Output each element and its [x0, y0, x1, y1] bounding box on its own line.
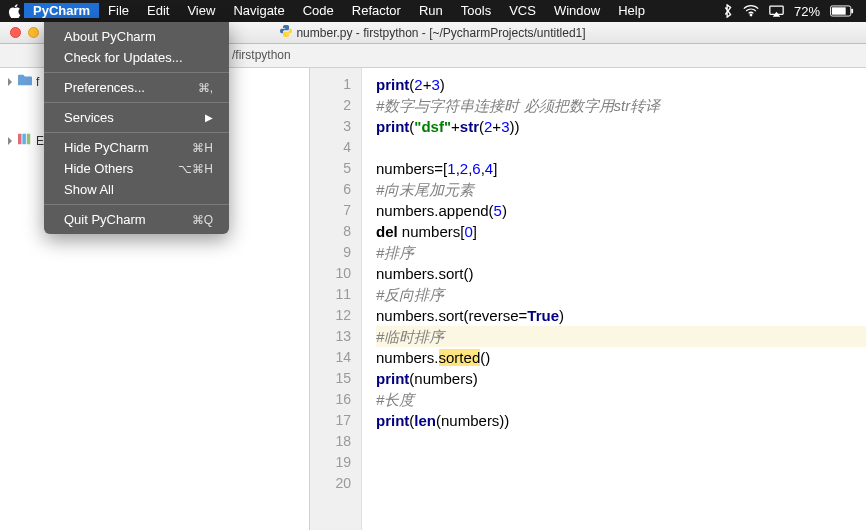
svg-rect-7 [27, 134, 31, 145]
code-line[interactable]: print(2+3) [376, 74, 866, 95]
menu-navigate[interactable]: Navigate [224, 3, 293, 18]
menu-item-preferences[interactable]: Preferences...⌘, [44, 77, 229, 98]
menu-file[interactable]: File [99, 3, 138, 18]
line-number: 5 [310, 158, 351, 179]
line-number: 10 [310, 263, 351, 284]
menu-item-check-for-updates[interactable]: Check for Updates... [44, 47, 229, 68]
apple-logo-icon[interactable] [4, 4, 24, 18]
menu-item-quit-pycharm[interactable]: Quit PyCharm⌘Q [44, 209, 229, 230]
python-file-icon [280, 25, 292, 40]
svg-rect-5 [18, 134, 22, 145]
menu-item-hide-pycharm[interactable]: Hide PyCharm⌘H [44, 137, 229, 158]
menu-item-show-all[interactable]: Show All [44, 179, 229, 200]
chevron-right-icon[interactable] [6, 75, 14, 89]
airplay-icon[interactable] [769, 5, 784, 17]
breadcrumb-segment[interactable]: /firstpython [232, 48, 291, 62]
line-number: 15 [310, 368, 351, 389]
code-line[interactable]: #排序 [376, 242, 866, 263]
menu-pycharm[interactable]: PyCharm [24, 3, 99, 18]
tree-item-label: E [36, 134, 44, 148]
line-number: 18 [310, 431, 351, 452]
line-number: 13 [310, 326, 351, 347]
menu-edit[interactable]: Edit [138, 3, 178, 18]
line-number: 6 [310, 179, 351, 200]
menu-separator [44, 204, 229, 205]
code-line[interactable] [376, 137, 866, 158]
code-line[interactable]: #数字与字符串连接时 必须把数字用str转译 [376, 95, 866, 116]
menu-item-hide-others[interactable]: Hide Others⌥⌘H [44, 158, 229, 179]
line-number: 16 [310, 389, 351, 410]
status-tray: 72% [723, 4, 858, 19]
code-line[interactable] [376, 473, 866, 494]
line-number: 7 [310, 200, 351, 221]
code-line[interactable]: #临时排序 [376, 326, 866, 347]
line-number: 17 [310, 410, 351, 431]
code-line[interactable]: numbers.sorted() [376, 347, 866, 368]
code-line[interactable]: print(numbers) [376, 368, 866, 389]
libraries-icon [18, 133, 32, 148]
bluetooth-icon[interactable] [723, 4, 733, 18]
menu-separator [44, 102, 229, 103]
svg-rect-4 [851, 9, 853, 14]
line-number: 1 [310, 74, 351, 95]
svg-rect-3 [832, 7, 846, 14]
code-line[interactable]: numbers.append(5) [376, 200, 866, 221]
battery-percent: 72% [794, 4, 820, 19]
line-number: 12 [310, 305, 351, 326]
folder-icon [18, 74, 32, 89]
line-number: 3 [310, 116, 351, 137]
menu-help[interactable]: Help [609, 3, 654, 18]
code-line[interactable] [376, 452, 866, 473]
code-line[interactable]: numbers.sort(reverse=True) [376, 305, 866, 326]
line-number: 4 [310, 137, 351, 158]
menu-vcs[interactable]: VCS [500, 3, 545, 18]
line-number: 20 [310, 473, 351, 494]
code-line[interactable]: print(len(numbers)) [376, 410, 866, 431]
menu-run[interactable]: Run [410, 3, 452, 18]
svg-point-0 [750, 14, 752, 16]
pycharm-app-menu: About PyCharmCheck for Updates...Prefere… [44, 22, 229, 234]
chevron-right-icon[interactable] [6, 134, 14, 148]
code-editor[interactable]: 1234567891011121314151617181920 print(2+… [310, 68, 866, 530]
menu-code[interactable]: Code [294, 3, 343, 18]
line-number: 8 [310, 221, 351, 242]
minimize-window-button[interactable] [28, 27, 39, 38]
code-line[interactable]: print("dsf"+str(2+3)) [376, 116, 866, 137]
line-number: 11 [310, 284, 351, 305]
line-number: 19 [310, 452, 351, 473]
battery-icon[interactable] [830, 5, 854, 17]
code-line[interactable]: numbers.sort() [376, 263, 866, 284]
code-line[interactable]: #反向排序 [376, 284, 866, 305]
line-number: 2 [310, 95, 351, 116]
window-title-text: number.py - firstpython - [~/PycharmProj… [296, 26, 585, 40]
mac-menubar: PyCharmFileEditViewNavigateCodeRefactorR… [0, 0, 866, 22]
menu-window[interactable]: Window [545, 3, 609, 18]
menu-view[interactable]: View [178, 3, 224, 18]
tree-item-label: f [36, 75, 39, 89]
menu-item-about-pycharm[interactable]: About PyCharm [44, 26, 229, 47]
menu-separator [44, 132, 229, 133]
code-area[interactable]: print(2+3)#数字与字符串连接时 必须把数字用str转译print("d… [362, 68, 866, 530]
code-line[interactable]: #向末尾加元素 [376, 179, 866, 200]
code-line[interactable]: numbers=[1,2,6,4] [376, 158, 866, 179]
line-number: 14 [310, 347, 351, 368]
code-line[interactable]: #长度 [376, 389, 866, 410]
menu-item-services[interactable]: Services▶ [44, 107, 229, 128]
code-line[interactable]: del numbers[0] [376, 221, 866, 242]
svg-rect-6 [22, 134, 26, 145]
menu-refactor[interactable]: Refactor [343, 3, 410, 18]
menu-separator [44, 72, 229, 73]
code-line[interactable] [376, 431, 866, 452]
close-window-button[interactable] [10, 27, 21, 38]
line-number: 9 [310, 242, 351, 263]
menu-tools[interactable]: Tools [452, 3, 500, 18]
line-number-gutter: 1234567891011121314151617181920 [310, 68, 362, 530]
wifi-icon[interactable] [743, 5, 759, 17]
